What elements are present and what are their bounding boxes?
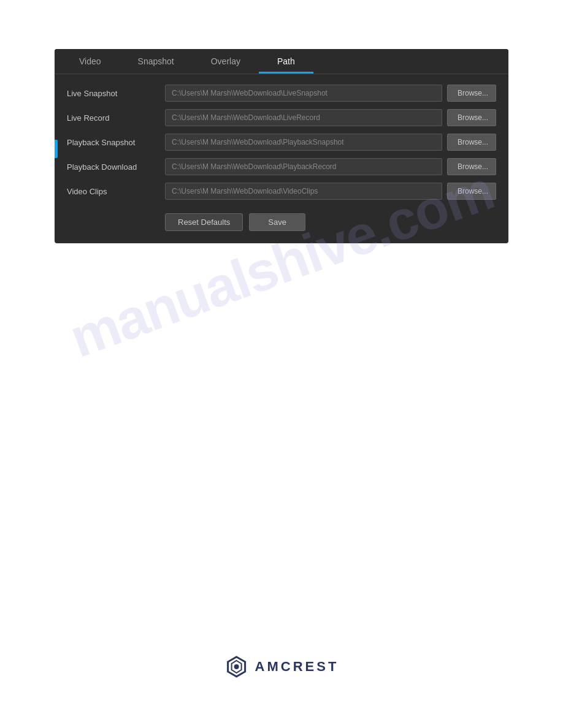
video-clips-row: Video Clips Browse... [67,181,496,201]
content-area: Live Snapshot Browse... Live Record Brow… [55,74,508,243]
tab-path[interactable]: Path [259,49,313,74]
playback-snapshot-row: Playback Snapshot Browse... [67,132,496,152]
live-record-input[interactable] [165,109,442,126]
logo-container: AMCREST [224,654,339,679]
live-snapshot-browse-button[interactable]: Browse... [447,85,496,102]
video-clips-input[interactable] [165,183,442,200]
live-record-label: Live Record [67,113,165,123]
video-clips-browse-button[interactable]: Browse... [447,183,496,200]
tab-video[interactable]: Video [61,49,120,74]
amcrest-logo-text: AMCREST [255,659,339,675]
settings-panel: Video Snapshot Overlay Path Live Snapsho… [55,49,508,243]
amcrest-logo-icon [224,654,249,679]
live-snapshot-row: Live Snapshot Browse... [67,83,496,103]
live-snapshot-input[interactable] [165,85,442,102]
tab-snapshot[interactable]: Snapshot [120,49,193,74]
svg-point-2 [234,664,239,669]
playback-download-row: Playback Download Browse... [67,157,496,176]
tab-overlay[interactable]: Overlay [193,49,259,74]
reset-defaults-button[interactable]: Reset Defaults [165,213,243,231]
video-clips-label: Video Clips [67,187,165,196]
selected-indicator [55,140,58,158]
playback-download-input[interactable] [165,158,442,175]
live-record-row: Live Record Browse... [67,108,496,127]
action-buttons: Reset Defaults Save [67,213,496,231]
playback-download-label: Playback Download [67,162,165,172]
playback-download-browse-button[interactable]: Browse... [447,158,496,175]
live-snapshot-label: Live Snapshot [67,89,165,98]
playback-snapshot-input[interactable] [165,134,442,151]
tab-bar: Video Snapshot Overlay Path [55,49,508,74]
live-record-browse-button[interactable]: Browse... [447,109,496,126]
save-button[interactable]: Save [249,213,305,231]
playback-snapshot-browse-button[interactable]: Browse... [447,134,496,151]
playback-snapshot-label: Playback Snapshot [67,138,165,147]
